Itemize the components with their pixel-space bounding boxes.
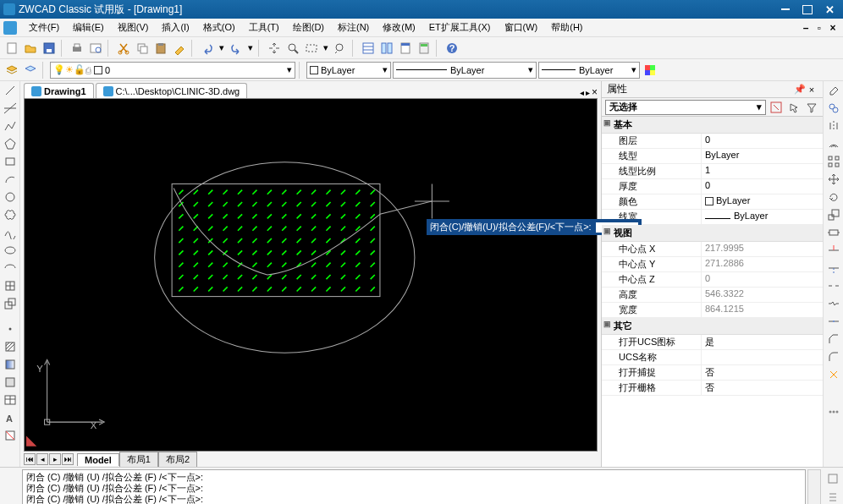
redo-button[interactable] xyxy=(228,40,245,57)
layout-tab-1[interactable]: 布局1 xyxy=(119,452,158,467)
panel-close-button[interactable]: × xyxy=(806,85,818,95)
property-row[interactable]: 打开UCS图标是 xyxy=(602,335,823,350)
zoom-realtime-button[interactable] xyxy=(284,40,301,57)
property-value[interactable]: ByLayer xyxy=(702,194,823,209)
layout-tab-model[interactable]: Model xyxy=(77,453,119,466)
menu-tools[interactable]: 工具(T) xyxy=(242,19,286,36)
property-value[interactable]: 217.9995 xyxy=(702,242,823,256)
line-tool[interactable] xyxy=(3,83,18,98)
design-center-button[interactable] xyxy=(378,40,395,57)
tab-close-button[interactable]: × xyxy=(592,86,598,98)
wipeout-tool[interactable] xyxy=(3,428,18,443)
selection-combo[interactable]: 无选择 ▾ xyxy=(605,100,766,115)
property-row[interactable]: 宽度864.1215 xyxy=(602,303,823,318)
property-row[interactable]: 颜色ByLayer xyxy=(602,194,823,210)
property-row[interactable]: 图层0 xyxy=(602,134,823,149)
prop-group-basic[interactable]: 基本 xyxy=(602,117,823,134)
color-picker-button[interactable] xyxy=(642,62,658,79)
construction-line-tool[interactable] xyxy=(3,101,18,116)
break-tool[interactable] xyxy=(826,296,841,311)
tab-next-button[interactable]: ▸ xyxy=(586,88,590,97)
property-value[interactable]: 271.2886 xyxy=(702,257,823,271)
linetype-combo[interactable]: ByLayer ▾ xyxy=(393,62,537,79)
cmd-clear-button[interactable] xyxy=(825,471,840,486)
property-value[interactable]: 是 xyxy=(702,335,823,349)
arc-tool[interactable] xyxy=(3,172,18,187)
make-block-tool[interactable] xyxy=(3,296,18,311)
tool-palettes-button[interactable] xyxy=(397,40,414,57)
menu-et[interactable]: ET扩展工具(X) xyxy=(422,19,498,36)
menu-view[interactable]: 视图(V) xyxy=(111,19,156,36)
property-value[interactable]: 0 xyxy=(702,134,823,148)
command-log[interactable]: 闭合 (C) /撤销 (U) /拟合公差 (F) /<下一点>: 闭合 (C) … xyxy=(22,469,806,504)
menu-window[interactable]: 窗口(W) xyxy=(498,19,545,36)
property-value[interactable]: ByLayer xyxy=(702,149,823,163)
ellipse-arc-tool[interactable] xyxy=(3,260,18,276)
menu-insert[interactable]: 插入(I) xyxy=(155,19,196,36)
panel-pin-button[interactable]: 📌 xyxy=(794,84,806,95)
property-value[interactable]: ByLayer xyxy=(702,210,823,224)
ellipse-tool[interactable] xyxy=(3,243,18,258)
rotate-tool[interactable] xyxy=(826,189,841,205)
property-value[interactable]: 否 xyxy=(702,365,823,380)
property-row[interactable]: 中心点 Y271.2886 xyxy=(602,257,823,272)
hatch-tool[interactable] xyxy=(3,339,18,354)
print-preview-button[interactable] xyxy=(87,40,104,57)
insert-block-tool[interactable] xyxy=(3,278,18,293)
open-button[interactable] xyxy=(22,40,39,57)
layout-next-button[interactable]: ▸ xyxy=(49,453,61,465)
revision-cloud-tool[interactable] xyxy=(3,207,18,222)
property-row[interactable]: UCS名称 xyxy=(602,350,823,365)
join-tool[interactable] xyxy=(826,314,841,329)
zoom-window-button[interactable] xyxy=(303,40,320,57)
copy-button[interactable] xyxy=(134,40,151,57)
polygon-tool[interactable] xyxy=(3,136,18,151)
prop-group-other[interactable]: 其它 xyxy=(602,318,823,335)
property-value[interactable] xyxy=(702,350,823,364)
calculator-button[interactable] xyxy=(416,40,433,57)
command-scrollbar[interactable] xyxy=(807,469,821,504)
quick-select-button[interactable] xyxy=(769,100,784,115)
mdi-restore-button[interactable]: ▫ xyxy=(813,22,826,34)
layer-previous-button[interactable] xyxy=(22,62,39,79)
array-tool[interactable] xyxy=(826,154,841,169)
property-row[interactable]: 中心点 X217.9995 xyxy=(602,242,823,257)
properties-button[interactable] xyxy=(360,40,377,57)
layout-first-button[interactable]: ⏮ xyxy=(24,453,36,465)
property-value[interactable]: 546.3322 xyxy=(702,288,823,302)
menu-dimension[interactable]: 标注(N) xyxy=(331,19,376,36)
explode-tool[interactable] xyxy=(826,367,841,382)
offset-tool[interactable] xyxy=(826,136,841,151)
cut-button[interactable] xyxy=(115,40,132,57)
copy-tool[interactable] xyxy=(826,101,841,116)
prop-group-view[interactable]: 视图 xyxy=(602,225,823,242)
print-button[interactable] xyxy=(69,40,85,57)
toolbar-options[interactable] xyxy=(826,404,841,419)
menu-draw[interactable]: 绘图(D) xyxy=(286,19,331,36)
undo-dropdown[interactable]: ▾ xyxy=(218,40,226,57)
property-row[interactable]: 中心点 Z0 xyxy=(602,272,823,288)
mdi-minimize-button[interactable]: – xyxy=(799,22,813,34)
match-properties-button[interactable] xyxy=(171,40,188,57)
property-value[interactable]: 0 xyxy=(702,179,823,194)
extend-tool[interactable] xyxy=(826,260,841,276)
window-close-button[interactable]: ✕ xyxy=(819,3,840,16)
property-value[interactable]: 0 xyxy=(702,272,823,287)
menu-help[interactable]: 帮助(H) xyxy=(544,19,589,36)
table-tool[interactable] xyxy=(3,392,18,408)
fillet-tool[interactable] xyxy=(826,349,841,364)
property-row[interactable]: 线型ByLayer xyxy=(602,149,823,164)
layout-tab-2[interactable]: 布局2 xyxy=(158,452,197,467)
paste-button[interactable] xyxy=(152,40,169,57)
break-at-point-tool[interactable] xyxy=(826,278,841,293)
color-combo[interactable]: ByLayer ▾ xyxy=(306,62,391,79)
lineweight-combo[interactable]: ByLayer ▾ xyxy=(538,62,640,79)
doctab-clinic3d[interactable]: C:\...\Desktop\CLINIC-3D.dwg xyxy=(96,83,248,98)
move-tool[interactable] xyxy=(826,172,841,187)
new-button[interactable] xyxy=(3,40,20,57)
stretch-tool[interactable] xyxy=(826,225,841,240)
property-row[interactable]: 打开捕捉否 xyxy=(602,365,823,381)
property-row[interactable]: 线型比例1 xyxy=(602,164,823,179)
redo-dropdown[interactable]: ▾ xyxy=(246,40,255,57)
cmd-options-button[interactable] xyxy=(825,490,840,504)
